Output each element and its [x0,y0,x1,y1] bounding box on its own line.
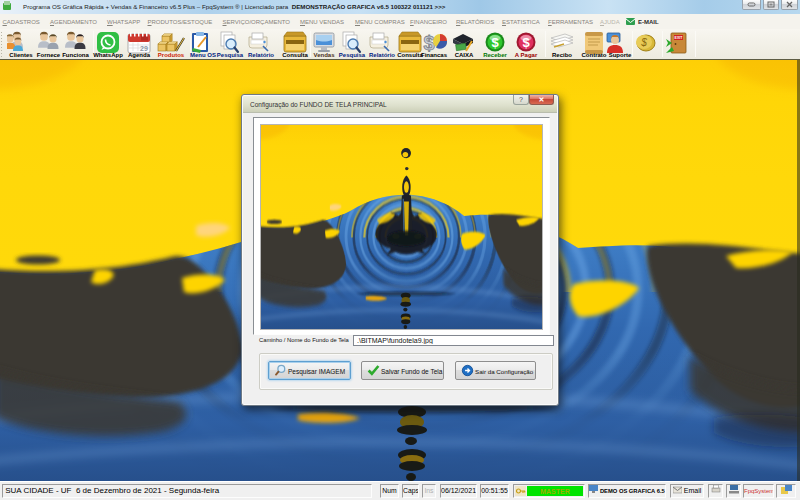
svg-text:29: 29 [140,45,148,52]
svg-text:$: $ [522,35,530,50]
svg-text:EXIT: EXIT [675,36,684,40]
svg-text:$: $ [491,35,499,50]
svg-text:$: $ [640,37,647,48]
svg-text:$: $ [423,32,434,54]
